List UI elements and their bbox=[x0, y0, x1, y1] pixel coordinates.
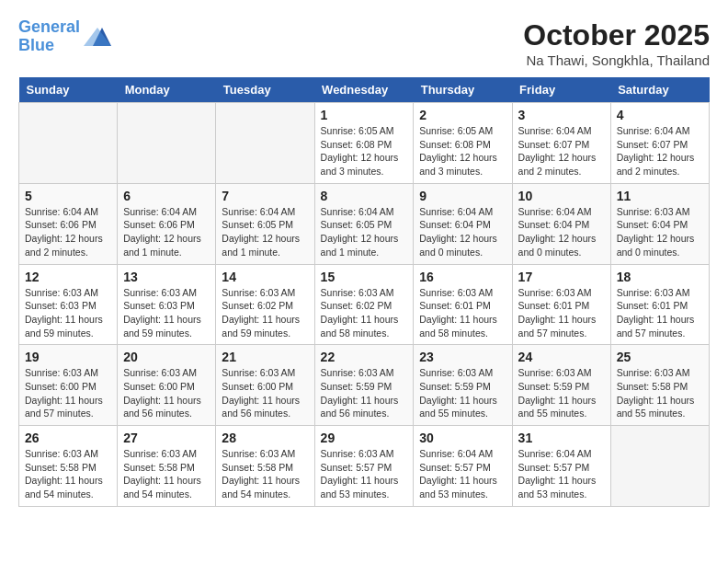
calendar-cell: 8Sunrise: 6:04 AM Sunset: 6:05 PM Daylig… bbox=[314, 183, 414, 264]
calendar-cell: 10Sunrise: 6:04 AM Sunset: 6:04 PM Dayli… bbox=[512, 183, 610, 264]
calendar-cell: 9Sunrise: 6:04 AM Sunset: 6:04 PM Daylig… bbox=[414, 183, 512, 264]
day-info: Sunrise: 6:05 AM Sunset: 6:08 PM Dayligh… bbox=[419, 124, 506, 178]
calendar-cell: 28Sunrise: 6:03 AM Sunset: 5:58 PM Dayli… bbox=[216, 426, 314, 507]
day-number: 15 bbox=[321, 270, 408, 284]
day-info: Sunrise: 6:03 AM Sunset: 5:59 PM Dayligh… bbox=[321, 366, 408, 420]
day-info: Sunrise: 6:03 AM Sunset: 6:00 PM Dayligh… bbox=[222, 366, 308, 420]
day-info: Sunrise: 6:03 AM Sunset: 6:01 PM Dayligh… bbox=[419, 286, 506, 340]
day-number: 25 bbox=[617, 350, 703, 364]
day-number: 13 bbox=[123, 270, 210, 284]
day-info: Sunrise: 6:03 AM Sunset: 6:01 PM Dayligh… bbox=[617, 286, 703, 340]
calendar-cell: 12Sunrise: 6:03 AM Sunset: 6:03 PM Dayli… bbox=[19, 264, 118, 345]
calendar-cell: 26Sunrise: 6:03 AM Sunset: 5:58 PM Dayli… bbox=[19, 426, 118, 507]
day-info: Sunrise: 6:04 AM Sunset: 6:05 PM Dayligh… bbox=[321, 205, 408, 259]
day-info: Sunrise: 6:03 AM Sunset: 6:00 PM Dayligh… bbox=[25, 366, 111, 420]
day-number: 31 bbox=[518, 431, 605, 445]
svg-marker-1 bbox=[84, 28, 111, 46]
day-info: Sunrise: 6:04 AM Sunset: 5:57 PM Dayligh… bbox=[518, 447, 605, 501]
day-info: Sunrise: 6:04 AM Sunset: 6:04 PM Dayligh… bbox=[518, 205, 605, 259]
calendar-header-friday: Friday bbox=[512, 77, 610, 103]
day-number: 23 bbox=[419, 350, 506, 364]
day-number: 19 bbox=[25, 350, 111, 364]
calendar-cell: 6Sunrise: 6:04 AM Sunset: 6:06 PM Daylig… bbox=[118, 183, 216, 264]
day-info: Sunrise: 6:03 AM Sunset: 5:58 PM Dayligh… bbox=[25, 447, 111, 501]
day-info: Sunrise: 6:03 AM Sunset: 5:58 PM Dayligh… bbox=[617, 366, 703, 420]
day-number: 26 bbox=[25, 431, 111, 445]
day-info: Sunrise: 6:04 AM Sunset: 5:57 PM Dayligh… bbox=[419, 447, 506, 501]
day-info: Sunrise: 6:03 AM Sunset: 5:58 PM Dayligh… bbox=[222, 447, 308, 501]
week-row-4: 19Sunrise: 6:03 AM Sunset: 6:00 PM Dayli… bbox=[19, 345, 710, 426]
calendar-cell bbox=[19, 103, 118, 184]
calendar-cell: 5Sunrise: 6:04 AM Sunset: 6:06 PM Daylig… bbox=[19, 183, 118, 264]
week-row-1: 1Sunrise: 6:05 AM Sunset: 6:08 PM Daylig… bbox=[19, 103, 710, 184]
day-info: Sunrise: 6:03 AM Sunset: 6:02 PM Dayligh… bbox=[321, 286, 408, 340]
week-row-2: 5Sunrise: 6:04 AM Sunset: 6:06 PM Daylig… bbox=[19, 183, 710, 264]
day-number: 29 bbox=[321, 431, 408, 445]
day-number: 4 bbox=[617, 108, 703, 122]
day-number: 3 bbox=[518, 108, 605, 122]
logo-text: General Blue bbox=[18, 18, 80, 55]
calendar-cell: 14Sunrise: 6:03 AM Sunset: 6:02 PM Dayli… bbox=[216, 264, 314, 345]
calendar-cell: 16Sunrise: 6:03 AM Sunset: 6:01 PM Dayli… bbox=[414, 264, 512, 345]
calendar-cell bbox=[216, 103, 314, 184]
day-number: 9 bbox=[419, 189, 506, 203]
day-info: Sunrise: 6:03 AM Sunset: 5:59 PM Dayligh… bbox=[518, 366, 605, 420]
week-row-5: 26Sunrise: 6:03 AM Sunset: 5:58 PM Dayli… bbox=[19, 426, 710, 507]
calendar-cell: 19Sunrise: 6:03 AM Sunset: 6:00 PM Dayli… bbox=[19, 345, 118, 426]
day-number: 21 bbox=[222, 350, 308, 364]
calendar-cell: 21Sunrise: 6:03 AM Sunset: 6:00 PM Dayli… bbox=[216, 345, 314, 426]
day-number: 12 bbox=[25, 270, 111, 284]
location: Na Thawi, Songkhla, Thailand bbox=[523, 52, 710, 68]
week-row-3: 12Sunrise: 6:03 AM Sunset: 6:03 PM Dayli… bbox=[19, 264, 710, 345]
calendar-cell: 3Sunrise: 6:04 AM Sunset: 6:07 PM Daylig… bbox=[512, 103, 610, 184]
calendar-cell: 18Sunrise: 6:03 AM Sunset: 6:01 PM Dayli… bbox=[610, 264, 709, 345]
day-info: Sunrise: 6:03 AM Sunset: 6:00 PM Dayligh… bbox=[123, 366, 210, 420]
calendar-header-row: SundayMondayTuesdayWednesdayThursdayFrid… bbox=[19, 77, 710, 103]
calendar-cell: 13Sunrise: 6:03 AM Sunset: 6:03 PM Dayli… bbox=[118, 264, 216, 345]
month-year: October 2025 bbox=[523, 18, 710, 52]
day-number: 6 bbox=[123, 189, 210, 203]
calendar-table: SundayMondayTuesdayWednesdayThursdayFrid… bbox=[18, 77, 710, 507]
calendar-cell: 11Sunrise: 6:03 AM Sunset: 6:04 PM Dayli… bbox=[610, 183, 709, 264]
calendar-header-sunday: Sunday bbox=[19, 77, 118, 103]
day-info: Sunrise: 6:03 AM Sunset: 6:02 PM Dayligh… bbox=[222, 286, 308, 340]
day-number: 20 bbox=[123, 350, 210, 364]
calendar-cell: 24Sunrise: 6:03 AM Sunset: 5:59 PM Dayli… bbox=[512, 345, 610, 426]
day-number: 5 bbox=[25, 189, 111, 203]
calendar-header-saturday: Saturday bbox=[610, 77, 709, 103]
day-info: Sunrise: 6:04 AM Sunset: 6:07 PM Dayligh… bbox=[518, 124, 605, 178]
day-number: 28 bbox=[222, 431, 308, 445]
calendar-cell: 4Sunrise: 6:04 AM Sunset: 6:07 PM Daylig… bbox=[610, 103, 709, 184]
day-number: 8 bbox=[321, 189, 408, 203]
day-number: 1 bbox=[321, 108, 408, 122]
day-number: 10 bbox=[518, 189, 605, 203]
day-info: Sunrise: 6:04 AM Sunset: 6:05 PM Dayligh… bbox=[222, 205, 308, 259]
calendar-cell: 29Sunrise: 6:03 AM Sunset: 5:57 PM Dayli… bbox=[314, 426, 414, 507]
day-number: 27 bbox=[123, 431, 210, 445]
day-number: 7 bbox=[222, 189, 308, 203]
day-number: 16 bbox=[419, 270, 506, 284]
calendar-header-monday: Monday bbox=[118, 77, 216, 103]
day-info: Sunrise: 6:03 AM Sunset: 6:03 PM Dayligh… bbox=[123, 286, 210, 340]
calendar-cell: 30Sunrise: 6:04 AM Sunset: 5:57 PM Dayli… bbox=[414, 426, 512, 507]
calendar-header-wednesday: Wednesday bbox=[314, 77, 414, 103]
calendar-cell: 1Sunrise: 6:05 AM Sunset: 6:08 PM Daylig… bbox=[314, 103, 414, 184]
day-number: 17 bbox=[518, 270, 605, 284]
day-number: 2 bbox=[419, 108, 506, 122]
calendar-cell: 23Sunrise: 6:03 AM Sunset: 5:59 PM Dayli… bbox=[414, 345, 512, 426]
day-number: 22 bbox=[321, 350, 408, 364]
day-info: Sunrise: 6:04 AM Sunset: 6:06 PM Dayligh… bbox=[25, 205, 111, 259]
day-number: 18 bbox=[617, 270, 703, 284]
calendar-header-tuesday: Tuesday bbox=[216, 77, 314, 103]
day-info: Sunrise: 6:04 AM Sunset: 6:07 PM Dayligh… bbox=[617, 124, 703, 178]
calendar-header-thursday: Thursday bbox=[414, 77, 512, 103]
calendar-cell bbox=[610, 426, 709, 507]
calendar-cell: 7Sunrise: 6:04 AM Sunset: 6:05 PM Daylig… bbox=[216, 183, 314, 264]
calendar-cell: 15Sunrise: 6:03 AM Sunset: 6:02 PM Dayli… bbox=[314, 264, 414, 345]
title-block: October 2025 Na Thawi, Songkhla, Thailan… bbox=[523, 18, 710, 68]
day-info: Sunrise: 6:03 AM Sunset: 5:59 PM Dayligh… bbox=[419, 366, 506, 420]
day-info: Sunrise: 6:03 AM Sunset: 5:57 PM Dayligh… bbox=[321, 447, 408, 501]
logo: General Blue bbox=[18, 18, 111, 55]
calendar-cell: 31Sunrise: 6:04 AM Sunset: 5:57 PM Dayli… bbox=[512, 426, 610, 507]
calendar-cell: 27Sunrise: 6:03 AM Sunset: 5:58 PM Dayli… bbox=[118, 426, 216, 507]
